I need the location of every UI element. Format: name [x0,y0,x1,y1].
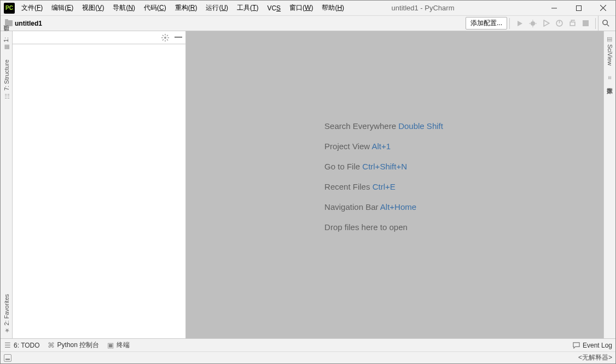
navigation-bar: untitled1 添加配置... [1,16,615,31]
mnemonic: V [97,4,102,11]
tab-event-log[interactable]: Event Log [573,342,612,349]
search-everywhere-button[interactable] [598,16,613,31]
menu-label: 重构 [175,4,188,11]
tip-shortcut: Ctrl+E [373,182,396,191]
svg-rect-14 [583,20,589,26]
tab-python-console[interactable]: ⌘ Python 控制台 [48,340,100,350]
structure-icon: ☷ [3,93,10,99]
tab-structure[interactable]: ☷ 7: Structure [2,55,11,104]
menu-file[interactable]: 文件(F) [18,2,47,14]
run-icon[interactable] [515,19,524,28]
tip-drop-files: Drop files here to open [324,222,443,232]
star-icon: ★ [3,327,10,334]
status-left[interactable] [4,354,14,362]
minimize-button[interactable] [542,1,566,16]
menu-run[interactable]: 运行(U) [202,2,232,14]
separator [509,18,510,29]
close-button[interactable] [591,1,615,16]
search-icon [602,19,610,27]
tab-favorites[interactable]: ★ 2: Favorites [2,290,11,338]
python-icon: ⌘ [48,341,55,349]
menu-label: 工具 [237,4,250,11]
svg-marker-10 [544,20,549,26]
bottom-toolbar: ☰ 6: TODO ⌘ Python 控制台 ▣ 终端 Event Log [1,338,615,351]
svg-line-22 [162,35,164,36]
menu-label: 视图 [82,4,95,11]
tip-label: Navigation Bar [324,202,378,212]
left-tool-strip: ▦ 1: 项目 ☷ 7: Structure ★ 2: Favorites [1,31,13,338]
tab-label: 2: Favorites [3,294,10,325]
tab-sciview[interactable]: ▤ SciView [606,31,614,70]
tab-label: Event Log [583,342,612,349]
tab-terminal[interactable]: ▣ 终端 [107,340,130,350]
tip-label: Search Everywhere [324,121,396,131]
maximize-button[interactable] [566,1,591,16]
database-icon: ≡ [607,74,613,81]
tab-label: 终端 [117,340,130,350]
svg-line-24 [167,35,168,36]
menu-navigate[interactable]: 导航(N) [109,2,139,14]
tip-shortcut: Alt+Home [380,202,416,212]
mnemonic: R [190,4,195,11]
svg-marker-4 [518,21,522,26]
menu-edit[interactable]: 编辑(E) [48,2,77,14]
tip-shortcut: Double Shift [398,121,443,131]
svg-rect-26 [175,37,182,38]
debug-icon[interactable] [528,19,537,28]
run-coverage-icon[interactable] [542,19,550,28]
editor-tips: Search Everywhere Double Shift Project V… [324,121,465,248]
mnemonic: T [252,4,256,11]
tip-search-everywhere: Search Everywhere Double Shift [324,121,443,131]
editor-area[interactable]: Search Everywhere Double Shift Project V… [186,31,603,338]
event-log-icon [573,342,580,349]
menu-window[interactable]: 窗口(W) [286,2,317,14]
tab-database[interactable]: ≡ 数据库 [605,70,615,87]
hide-panel-icon[interactable] [175,37,182,38]
tip-label: Project View [324,142,370,151]
gear-icon[interactable] [161,34,169,42]
menu-label: 编辑 [51,4,65,11]
run-toolbar [512,19,593,28]
svg-line-16 [607,24,609,26]
profile-icon[interactable] [555,19,563,28]
right-tool-strip: ▤ SciView ≡ 数据库 [603,31,615,338]
interpreter-status[interactable]: <无解释器> [578,353,612,362]
main-content: ▦ 1: 项目 ☷ 7: Structure ★ 2: Favorites Se… [1,31,615,338]
tab-label: SciView [607,44,613,66]
menu-tools[interactable]: 工具(T) [233,2,262,14]
terminal-icon: ▣ [107,341,114,349]
menu-help[interactable]: 帮助(H) [318,2,348,14]
run-config-selector[interactable]: 添加配置... [466,17,507,30]
breadcrumb[interactable]: untitled1 [3,20,42,27]
attach-icon[interactable] [568,19,577,28]
maximize-icon [576,5,582,11]
menu-label: 窗口 [289,4,303,11]
project-panel-header [13,31,185,44]
menu-code[interactable]: 代码(C) [140,2,170,14]
menu-view[interactable]: 视图(V) [78,2,108,14]
tool-windows-icon [4,354,11,362]
menu-label: 文件 [21,4,34,11]
project-panel [13,31,186,338]
window-title: untitled1 - PyCharm [348,4,542,12]
svg-line-23 [167,39,168,40]
menu-refactor[interactable]: 重构(R) [171,2,201,14]
mnemonic: C [159,4,164,11]
tab-todo[interactable]: ☰ 6: TODO [4,341,40,349]
tab-project[interactable]: ▦ 1: 项目 [1,31,11,55]
svg-line-25 [162,39,164,40]
stop-icon[interactable] [581,19,590,28]
mnemonic: H [337,4,342,11]
svg-point-15 [603,20,607,25]
svg-point-17 [164,37,166,39]
tip-label: Recent Files [324,182,370,191]
tab-label: Python 控制台 [57,340,100,350]
menu-vcs[interactable]: VCS [263,3,284,14]
svg-rect-13 [570,22,575,26]
svg-point-5 [531,21,535,26]
title-bar: PC 文件(F) 编辑(E) 视图(V) 导航(N) 代码(C) 重构(R) 运… [1,1,615,16]
menu-label: 代码 [144,4,157,11]
mnemonic: W [305,4,311,11]
close-icon [600,5,606,11]
menu-label: 运行 [206,4,219,11]
